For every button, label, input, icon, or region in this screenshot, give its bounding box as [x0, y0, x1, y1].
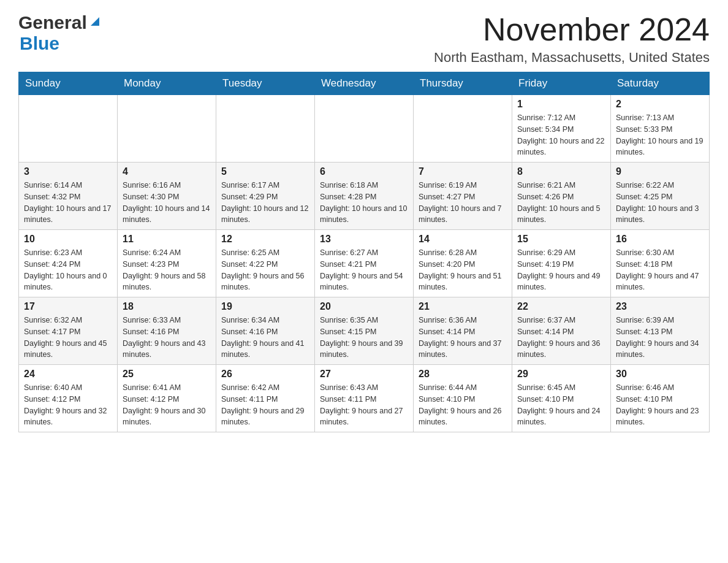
- calendar-week-row: 3Sunrise: 6:14 AMSunset: 4:32 PMDaylight…: [19, 163, 710, 230]
- logo-general: General: [18, 12, 87, 33]
- calendar-cell: 1Sunrise: 7:12 AMSunset: 5:34 PMDaylight…: [512, 95, 611, 163]
- calendar-cell: 10Sunrise: 6:23 AMSunset: 4:24 PMDayligh…: [19, 230, 118, 297]
- day-info: Sunrise: 6:41 AMSunset: 4:12 PMDaylight:…: [123, 382, 211, 428]
- day-info: Sunrise: 6:37 AMSunset: 4:14 PMDaylight:…: [517, 315, 605, 361]
- calendar-cell: 28Sunrise: 6:44 AMSunset: 4:10 PMDayligh…: [414, 365, 512, 432]
- day-info: Sunrise: 6:43 AMSunset: 4:11 PMDaylight:…: [320, 382, 408, 428]
- day-number: 20: [320, 301, 408, 312]
- day-info: Sunrise: 6:40 AMSunset: 4:12 PMDaylight:…: [24, 382, 112, 428]
- day-info: Sunrise: 6:33 AMSunset: 4:16 PMDaylight:…: [123, 315, 211, 361]
- day-info: Sunrise: 6:34 AMSunset: 4:16 PMDaylight:…: [221, 315, 309, 361]
- day-number: 13: [320, 234, 408, 245]
- calendar-cell: 12Sunrise: 6:25 AMSunset: 4:22 PMDayligh…: [216, 230, 315, 297]
- calendar-cell: 23Sunrise: 6:39 AMSunset: 4:13 PMDayligh…: [611, 297, 710, 365]
- day-number: 28: [419, 369, 507, 380]
- calendar-cell: [118, 95, 216, 163]
- day-number: 9: [616, 166, 704, 177]
- calendar-cell: 24Sunrise: 6:40 AMSunset: 4:12 PMDayligh…: [19, 365, 118, 432]
- day-number: 14: [419, 234, 507, 245]
- day-number: 15: [517, 234, 605, 245]
- calendar-cell: 30Sunrise: 6:46 AMSunset: 4:10 PMDayligh…: [611, 365, 710, 432]
- day-info: Sunrise: 6:25 AMSunset: 4:22 PMDaylight:…: [221, 247, 309, 293]
- day-number: 3: [24, 166, 112, 177]
- day-info: Sunrise: 7:12 AMSunset: 5:34 PMDaylight:…: [517, 112, 605, 158]
- day-number: 26: [221, 369, 309, 380]
- calendar-cell: 8Sunrise: 6:21 AMSunset: 4:26 PMDaylight…: [512, 163, 611, 230]
- calendar-dow-friday: Friday: [512, 72, 611, 95]
- title-block: November 2024 North Eastham, Massachuset…: [434, 12, 710, 66]
- day-number: 27: [320, 369, 408, 380]
- day-info: Sunrise: 6:23 AMSunset: 4:24 PMDaylight:…: [24, 247, 112, 293]
- calendar-dow-tuesday: Tuesday: [216, 72, 315, 95]
- day-info: Sunrise: 6:17 AMSunset: 4:29 PMDaylight:…: [221, 180, 309, 226]
- svg-marker-0: [91, 17, 99, 26]
- day-info: Sunrise: 6:18 AMSunset: 4:28 PMDaylight:…: [320, 180, 408, 226]
- calendar-cell: 20Sunrise: 6:35 AMSunset: 4:15 PMDayligh…: [315, 297, 414, 365]
- day-info: Sunrise: 6:14 AMSunset: 4:32 PMDaylight:…: [24, 180, 112, 226]
- logo-triangle-icon: [88, 15, 102, 28]
- calendar-cell: 5Sunrise: 6:17 AMSunset: 4:29 PMDaylight…: [216, 163, 315, 230]
- calendar-cell: [414, 95, 512, 163]
- day-number: 22: [517, 301, 605, 312]
- day-info: Sunrise: 6:30 AMSunset: 4:18 PMDaylight:…: [616, 247, 704, 293]
- day-number: 18: [123, 301, 211, 312]
- calendar-week-row: 17Sunrise: 6:32 AMSunset: 4:17 PMDayligh…: [19, 297, 710, 365]
- day-info: Sunrise: 6:42 AMSunset: 4:11 PMDaylight:…: [221, 382, 309, 428]
- calendar-cell: 3Sunrise: 6:14 AMSunset: 4:32 PMDaylight…: [19, 163, 118, 230]
- day-number: 4: [123, 166, 211, 177]
- calendar-dow-saturday: Saturday: [611, 72, 710, 95]
- logo-blue: Blue: [20, 33, 59, 53]
- day-info: Sunrise: 6:46 AMSunset: 4:10 PMDaylight:…: [616, 382, 704, 428]
- calendar-cell: 29Sunrise: 6:45 AMSunset: 4:10 PMDayligh…: [512, 365, 611, 432]
- day-info: Sunrise: 6:19 AMSunset: 4:27 PMDaylight:…: [419, 180, 507, 226]
- calendar-cell: 19Sunrise: 6:34 AMSunset: 4:16 PMDayligh…: [216, 297, 315, 365]
- day-number: 16: [616, 234, 704, 245]
- day-number: 10: [24, 234, 112, 245]
- day-info: Sunrise: 6:29 AMSunset: 4:19 PMDaylight:…: [517, 247, 605, 293]
- day-info: Sunrise: 6:21 AMSunset: 4:26 PMDaylight:…: [517, 180, 605, 226]
- calendar-dow-monday: Monday: [118, 72, 216, 95]
- page-header: General Blue November 2024 North Eastham…: [18, 12, 710, 66]
- calendar-cell: 17Sunrise: 6:32 AMSunset: 4:17 PMDayligh…: [19, 297, 118, 365]
- calendar-cell: 18Sunrise: 6:33 AMSunset: 4:16 PMDayligh…: [118, 297, 216, 365]
- day-info: Sunrise: 6:22 AMSunset: 4:25 PMDaylight:…: [616, 180, 704, 226]
- calendar-dow-thursday: Thursday: [414, 72, 512, 95]
- day-info: Sunrise: 6:32 AMSunset: 4:17 PMDaylight:…: [24, 315, 112, 361]
- day-info: Sunrise: 6:44 AMSunset: 4:10 PMDaylight:…: [419, 382, 507, 428]
- calendar-week-row: 24Sunrise: 6:40 AMSunset: 4:12 PMDayligh…: [19, 365, 710, 432]
- day-number: 23: [616, 301, 704, 312]
- calendar-cell: [216, 95, 315, 163]
- calendar-week-row: 1Sunrise: 7:12 AMSunset: 5:34 PMDaylight…: [19, 95, 710, 163]
- day-info: Sunrise: 6:28 AMSunset: 4:20 PMDaylight:…: [419, 247, 507, 293]
- calendar-week-row: 10Sunrise: 6:23 AMSunset: 4:24 PMDayligh…: [19, 230, 710, 297]
- calendar-cell: 26Sunrise: 6:42 AMSunset: 4:11 PMDayligh…: [216, 365, 315, 432]
- calendar-cell: 16Sunrise: 6:30 AMSunset: 4:18 PMDayligh…: [611, 230, 710, 297]
- calendar-dow-wednesday: Wednesday: [315, 72, 414, 95]
- day-number: 12: [221, 234, 309, 245]
- day-info: Sunrise: 6:24 AMSunset: 4:23 PMDaylight:…: [123, 247, 211, 293]
- calendar-cell: [315, 95, 414, 163]
- day-info: Sunrise: 6:45 AMSunset: 4:10 PMDaylight:…: [517, 382, 605, 428]
- day-info: Sunrise: 6:35 AMSunset: 4:15 PMDaylight:…: [320, 315, 408, 361]
- day-number: 21: [419, 301, 507, 312]
- calendar-cell: 22Sunrise: 6:37 AMSunset: 4:14 PMDayligh…: [512, 297, 611, 365]
- logo: General Blue: [18, 12, 102, 54]
- calendar-cell: 7Sunrise: 6:19 AMSunset: 4:27 PMDaylight…: [414, 163, 512, 230]
- day-number: 2: [616, 99, 704, 110]
- day-info: Sunrise: 6:39 AMSunset: 4:13 PMDaylight:…: [616, 315, 704, 361]
- day-number: 30: [616, 369, 704, 380]
- month-title: November 2024: [434, 12, 710, 47]
- day-number: 7: [419, 166, 507, 177]
- day-number: 25: [123, 369, 211, 380]
- calendar-cell: 14Sunrise: 6:28 AMSunset: 4:20 PMDayligh…: [414, 230, 512, 297]
- calendar-cell: 27Sunrise: 6:43 AMSunset: 4:11 PMDayligh…: [315, 365, 414, 432]
- calendar-cell: 2Sunrise: 7:13 AMSunset: 5:33 PMDaylight…: [611, 95, 710, 163]
- calendar-cell: [19, 95, 118, 163]
- calendar-cell: 11Sunrise: 6:24 AMSunset: 4:23 PMDayligh…: [118, 230, 216, 297]
- day-info: Sunrise: 6:36 AMSunset: 4:14 PMDaylight:…: [419, 315, 507, 361]
- calendar-cell: 4Sunrise: 6:16 AMSunset: 4:30 PMDaylight…: [118, 163, 216, 230]
- day-info: Sunrise: 6:27 AMSunset: 4:21 PMDaylight:…: [320, 247, 408, 293]
- day-number: 24: [24, 369, 112, 380]
- location-title: North Eastham, Massachusetts, United Sta…: [434, 50, 710, 66]
- day-number: 1: [517, 99, 605, 110]
